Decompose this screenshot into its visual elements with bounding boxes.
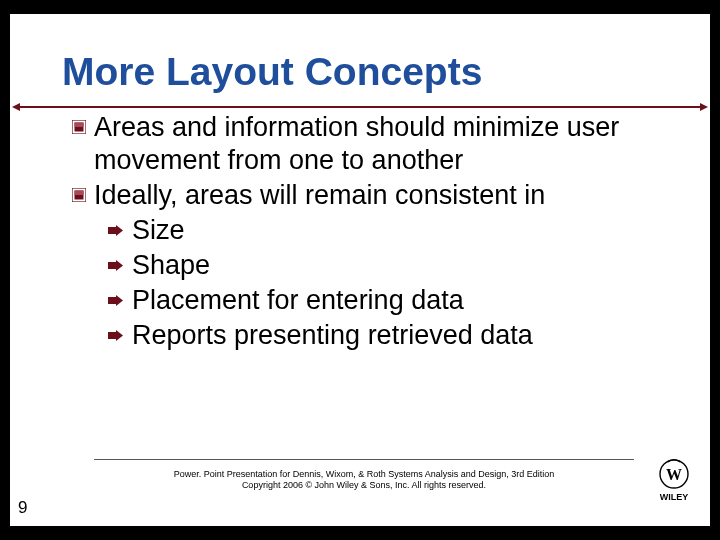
title-divider (18, 106, 702, 108)
svg-rect-5 (75, 190, 84, 195)
bullet-text: Size (132, 214, 185, 247)
slide-title: More Layout Concepts (62, 52, 710, 93)
arrow-bullet-icon (108, 260, 124, 271)
content-area: Areas and information should minimize us… (10, 93, 710, 352)
bullet-text: Placement for entering data (132, 284, 464, 317)
page-number: 9 (18, 498, 27, 518)
footer-line1: Power. Point Presentation for Dennis, Wi… (94, 469, 634, 481)
arrow-bullet-icon (108, 330, 124, 341)
bullet-level2: Placement for entering data (108, 284, 650, 317)
footer-line2: Copyright 2006 © John Wiley & Sons, Inc.… (94, 480, 634, 492)
square-bullet-icon (72, 120, 86, 134)
footer-divider (94, 459, 634, 460)
bullet-level2: Size (108, 214, 650, 247)
bullet-level1: Ideally, areas will remain consistent in (72, 179, 650, 212)
footer: Power. Point Presentation for Dennis, Wi… (94, 469, 634, 492)
bullet-text: Reports presenting retrieved data (132, 319, 533, 352)
bullet-level1: Areas and information should minimize us… (72, 111, 650, 177)
title-area: More Layout Concepts (10, 14, 710, 93)
arrow-bullet-icon (108, 295, 124, 306)
arrow-bullet-icon (108, 225, 124, 236)
bullet-level2: Reports presenting retrieved data (108, 319, 650, 352)
svg-rect-2 (75, 122, 84, 127)
bullet-text: Shape (132, 249, 210, 282)
bullet-level2: Shape (108, 249, 650, 282)
bullet-text: Areas and information should minimize us… (94, 111, 650, 177)
wiley-logo-icon: W WILEY (650, 458, 698, 502)
wiley-logo: W WILEY (650, 458, 698, 506)
svg-text:W: W (666, 466, 682, 483)
svg-text:WILEY: WILEY (660, 492, 689, 502)
square-bullet-icon (72, 188, 86, 202)
bullet-text: Ideally, areas will remain consistent in (94, 179, 545, 212)
slide: More Layout Concepts Areas and informati… (10, 14, 710, 526)
